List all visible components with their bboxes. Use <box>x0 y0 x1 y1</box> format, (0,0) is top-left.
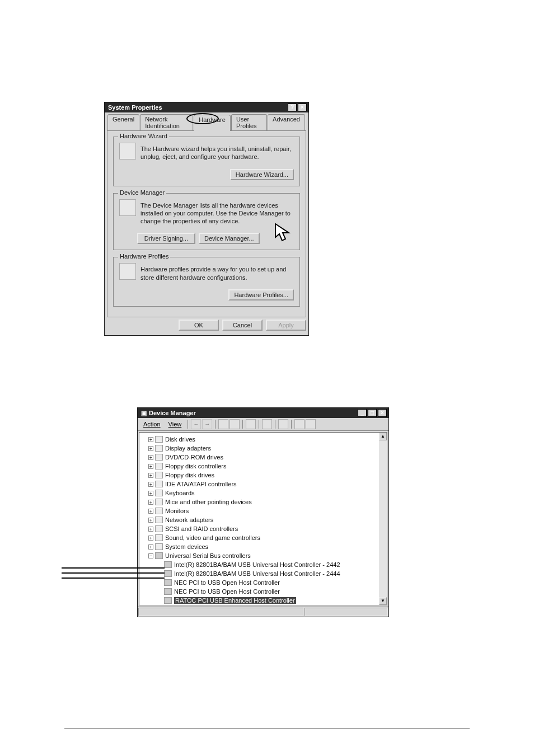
usb-icon <box>164 597 172 604</box>
tabstrip: General Network Identification Hardware … <box>105 112 308 130</box>
status-pane <box>305 608 388 616</box>
usb-icon <box>164 570 172 577</box>
tab-advanced[interactable]: Advanced <box>268 114 305 130</box>
tree-node-scsi[interactable]: +SCSI and RAID controllers <box>148 524 378 533</box>
dialog-buttons: OK Cancel Apply <box>105 320 308 335</box>
group-hardware-wizard: Hardware Wizard The Hardware wizard help… <box>113 137 300 186</box>
maximize-icon[interactable]: □ <box>368 409 377 417</box>
hardware-tabpane: Hardware Wizard The Hardware wizard help… <box>107 130 306 317</box>
titlebar-text: Device Manager <box>149 410 196 416</box>
status-bar <box>138 607 388 617</box>
hardware-profiles-icon <box>119 263 136 280</box>
monitor-icon <box>155 508 163 514</box>
toolbar-icon[interactable] <box>278 419 288 429</box>
keyboard-icon <box>155 490 163 496</box>
tree-node-floppy-controllers[interactable]: +Floppy disk controllers <box>148 462 378 471</box>
hardware-wizard-text: The Hardware wizard helps you install, u… <box>140 145 294 161</box>
close-icon[interactable]: × <box>378 409 387 417</box>
cancel-button[interactable]: Cancel <box>222 320 263 331</box>
hardware-wizard-button[interactable]: Hardware Wizard... <box>230 169 294 180</box>
close-icon[interactable]: × <box>298 104 307 111</box>
toolbar-icon[interactable] <box>229 419 240 429</box>
scroll-track[interactable] <box>379 440 387 597</box>
device-manager-icon <box>119 199 136 216</box>
cdrom-icon <box>155 454 163 461</box>
page-footer-rule <box>64 729 470 729</box>
group-hardware-profiles: Hardware Profiles Hardware profiles prov… <box>113 257 300 307</box>
tree-node-keyboards[interactable]: +Keyboards <box>148 489 378 497</box>
tree-node-monitors[interactable]: +Monitors <box>148 506 378 515</box>
device-manager-button[interactable]: Device Manager... <box>199 233 260 244</box>
tree-node-mice[interactable]: +Mice and other pointing devices <box>148 497 378 506</box>
scroll-down-icon[interactable]: ▼ <box>379 597 387 605</box>
tab-user-profiles[interactable]: User Profiles <box>231 114 267 130</box>
tree-node-display-adapters[interactable]: +Display adapters <box>148 444 378 453</box>
status-pane <box>138 608 303 616</box>
toolbar-icon[interactable] <box>262 419 272 429</box>
system-icon <box>155 543 163 550</box>
tree-node-sound[interactable]: +Sound, video and game controllers <box>148 533 378 542</box>
tree-node-system[interactable]: +System devices <box>148 542 378 551</box>
tree-node-usb-intel2444[interactable]: Intel(R) 82801BA/BAM USB Universal Host … <box>157 569 378 578</box>
forward-icon[interactable]: → <box>202 419 212 429</box>
hardware-profiles-text: Hardware profiles provide a way for you … <box>140 265 294 281</box>
tree-node-usb-intel2442[interactable]: Intel(R) 82801BA/BAM USB Universal Host … <box>157 560 378 569</box>
back-icon[interactable]: ← <box>191 419 201 429</box>
device-manager-text: The Device Manager lists all the hardwar… <box>140 201 294 226</box>
driver-signing-button[interactable]: Driver Signing... <box>137 233 195 244</box>
tree-node-usb-nec2[interactable]: NEC PCI to USB Open Host Controller <box>157 587 378 596</box>
tree-panel: +Disk drives +Display adapters +DVD/CD-R… <box>139 432 387 605</box>
usb-icon <box>164 561 172 568</box>
tree-node-usb-ratoc[interactable]: RATOC PCI USB Enhanced Host Controller <box>157 596 378 605</box>
floppy-ctrl-icon <box>155 463 163 469</box>
group-legend: Device Manager <box>118 189 166 196</box>
toolbar: Action View ← → <box>138 418 388 431</box>
system-properties-dialog: System Properties ? × General Network Id… <box>104 102 309 336</box>
ok-button[interactable]: OK <box>179 320 219 331</box>
tree-node-disk-drives[interactable]: +Disk drives <box>148 435 378 444</box>
sound-icon <box>155 534 163 541</box>
help-icon[interactable]: ? <box>288 104 297 111</box>
tab-network-identification[interactable]: Network Identification <box>140 114 193 130</box>
menu-action[interactable]: Action <box>140 420 164 428</box>
tree-node-dvdcdrom[interactable]: +DVD/CD-ROM drives <box>148 453 378 462</box>
vertical-scrollbar[interactable]: ▲ ▼ <box>379 433 387 605</box>
usb-icon <box>164 579 172 586</box>
scsi-icon <box>155 525 163 532</box>
group-device-manager: Device Manager The Device Manager lists … <box>113 193 300 251</box>
minimize-icon[interactable]: _ <box>358 409 367 417</box>
titlebar[interactable]: ▣ Device Manager _ □ × <box>138 408 388 418</box>
hardware-profiles-button[interactable]: Hardware Profiles... <box>228 289 294 300</box>
usb-icon <box>164 588 172 595</box>
group-legend: Hardware Wizard <box>118 133 169 139</box>
display-icon <box>155 445 163 452</box>
disk-icon <box>155 436 163 443</box>
tree-node-usb[interactable]: −Universal Serial Bus controllers <box>148 551 378 560</box>
ide-icon <box>155 481 163 487</box>
menu-view[interactable]: View <box>165 420 185 428</box>
titlebar-text: System Properties <box>108 104 162 111</box>
mouse-icon <box>155 499 163 505</box>
tree-node-usb-nec1[interactable]: NEC PCI to USB Open Host Controller <box>157 578 378 587</box>
properties-icon[interactable] <box>246 419 256 429</box>
toolbar-icon[interactable] <box>294 419 305 429</box>
group-legend: Hardware Profiles <box>118 253 170 260</box>
tree-node-floppy-drives[interactable]: +Floppy disk drives <box>148 471 378 480</box>
tab-general[interactable]: General <box>107 114 139 130</box>
hardware-wizard-icon <box>119 143 136 159</box>
scroll-up-icon[interactable]: ▲ <box>379 433 387 440</box>
toolbar-icon[interactable] <box>218 419 228 429</box>
floppy-icon <box>155 472 163 478</box>
toolbar-icon[interactable] <box>306 419 316 429</box>
titlebar[interactable]: System Properties ? × <box>105 102 308 112</box>
tree-node-ide[interactable]: +IDE ATA/ATAPI controllers <box>148 480 378 489</box>
app-icon: ▣ <box>141 410 147 417</box>
usb-icon <box>155 552 163 559</box>
tab-hardware[interactable]: Hardware <box>194 115 231 131</box>
network-icon <box>155 516 163 523</box>
tree-node-network[interactable]: +Network adapters <box>148 515 378 524</box>
device-manager-window: ▣ Device Manager _ □ × Action View ← → +… <box>137 407 389 617</box>
device-tree[interactable]: +Disk drives +Display adapters +DVD/CD-R… <box>139 433 379 605</box>
apply-button[interactable]: Apply <box>266 320 306 331</box>
